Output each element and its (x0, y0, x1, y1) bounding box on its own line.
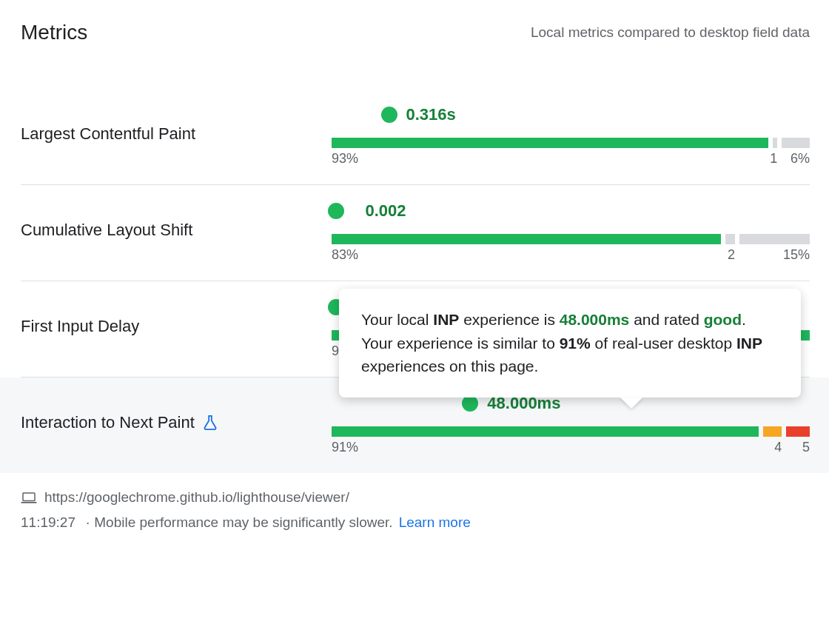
flask-icon (202, 415, 218, 431)
pct-poor: 5 (786, 440, 810, 455)
marker-dot-icon (462, 395, 478, 412)
learn-more-link[interactable]: Learn more (399, 514, 471, 531)
metrics-header: Metrics Local metrics compared to deskto… (21, 21, 810, 44)
metric-chart: 48.000ms 91% 4 5 (332, 400, 810, 455)
metric-rows: Largest Contentful Paint 0.316s 93% 1 6% (21, 89, 810, 473)
seg-needs-work (773, 138, 777, 148)
pct-good: 83% (332, 247, 721, 263)
tt-percentile: 91% (560, 335, 591, 352)
seg-good (332, 234, 721, 244)
seg-good (332, 138, 768, 148)
tt-metric-abbr: INP (736, 335, 762, 352)
metric-chart: 0.316s 93% 1 6% (332, 111, 810, 167)
marker-dot-icon (328, 203, 344, 219)
metric-chart: 0.002 83% 2 15% (332, 207, 810, 263)
distribution-bar (332, 138, 810, 148)
metric-marker: 48.000ms (462, 395, 478, 412)
footer: https://googlechrome.github.io/lighthous… (21, 489, 810, 531)
page-title: Metrics (21, 21, 87, 44)
metric-name: Cumulative Layout Shift (21, 207, 332, 240)
inp-tooltip: Your local INP experience is 48.000ms an… (339, 289, 801, 398)
pct-good: 93% (332, 151, 765, 167)
svg-rect-1 (21, 502, 36, 503)
pct-poor: 6% (782, 151, 810, 167)
metric-name: Interaction to Next Paint (21, 400, 332, 432)
pct-needs-work: 1 (770, 151, 777, 167)
distribution-labels: 91% 4 5 (332, 440, 810, 455)
metric-value: 0.002 (365, 201, 406, 221)
timestamp: 11:19:27 (21, 514, 75, 531)
tt-text: and rated (629, 311, 703, 328)
tt-rating: good (704, 311, 742, 328)
metric-name: Largest Contentful Paint (21, 111, 332, 144)
metric-row-lcp[interactable]: Largest Contentful Paint 0.316s 93% 1 6% (21, 89, 810, 185)
distribution-labels: 93% 1 6% (332, 151, 810, 167)
seg-needs-work (763, 426, 782, 437)
laptop-icon (21, 492, 37, 503)
metric-name: First Input Delay (21, 303, 332, 336)
seg-good (332, 426, 759, 437)
metric-name-text: Interaction to Next Paint (21, 413, 195, 432)
metric-value: 0.316s (406, 105, 456, 124)
footer-url-line: https://googlechrome.github.io/lighthous… (21, 489, 810, 506)
pct-poor: 15% (739, 247, 810, 263)
page-subtitle: Local metrics compared to desktop field … (531, 24, 810, 41)
pct-good: 91% (332, 440, 759, 455)
pct-needs-work: 2 (725, 247, 735, 263)
tt-text: experiences on this page. (361, 358, 538, 375)
tt-metric-abbr: INP (433, 311, 459, 328)
seg-poor (782, 138, 810, 148)
footer-info-line: 11:19:27 Mobile performance may be signi… (21, 514, 810, 531)
metric-marker: 0.316s (381, 107, 397, 123)
distribution-labels: 83% 2 15% (332, 247, 810, 263)
svg-rect-0 (23, 493, 35, 501)
metric-row-cls[interactable]: Cumulative Layout Shift 0.002 83% 2 15% (21, 185, 810, 281)
seg-poor (739, 234, 810, 244)
tt-text: Your local (361, 311, 433, 328)
metric-marker: 0.002 (328, 203, 344, 219)
marker-dot-icon (381, 107, 397, 123)
distribution-bar (332, 234, 810, 244)
page-url: https://googlechrome.github.io/lighthous… (44, 489, 349, 506)
seg-needs-work (725, 234, 735, 244)
seg-poor (786, 426, 810, 437)
tt-value: 48.000ms (560, 311, 630, 328)
footer-note: Mobile performance may be significantly … (81, 514, 393, 531)
tt-text: of real-user desktop (591, 335, 736, 352)
tt-text: experience is (459, 311, 559, 328)
distribution-bar (332, 426, 810, 437)
pct-needs-work: 4 (763, 440, 782, 455)
